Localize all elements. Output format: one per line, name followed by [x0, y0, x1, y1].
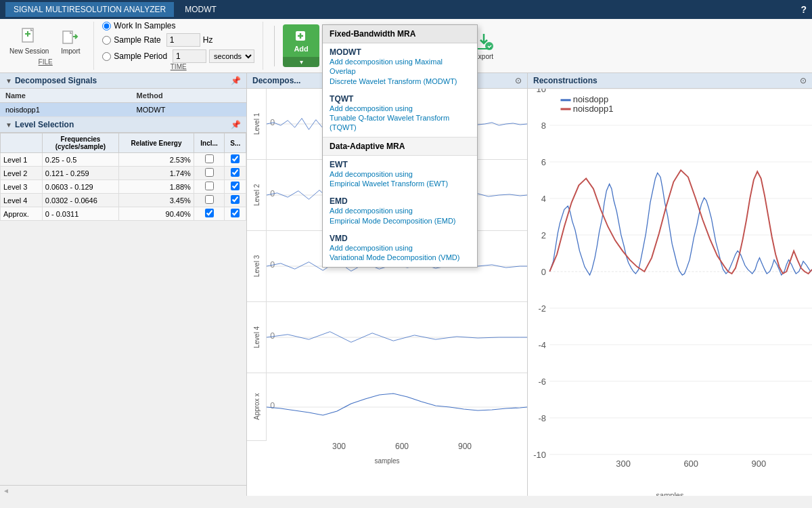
dropdown-item-emd[interactable]: EMD Add decomposition usingEmpirical Mod…: [323, 192, 477, 230]
sample-period-input[interactable]: [173, 49, 206, 63]
s-checkbox-cell[interactable]: [225, 207, 246, 221]
work-in-samples-radio[interactable]: [102, 22, 111, 30]
signal-name-cell: noisdopp1: [0, 103, 131, 117]
bottom-scrollbar[interactable]: ◄: [0, 485, 246, 496]
new-session-icon: [18, 26, 40, 47]
level-name-cell: Level 3: [1, 180, 43, 194]
signal-method-cell: MODWT: [131, 103, 246, 117]
s-checkbox-cell[interactable]: [225, 194, 246, 207]
level-name-cell: Level 4: [1, 194, 43, 207]
level-pin-button[interactable]: 📌: [231, 120, 241, 129]
sample-rate-row[interactable]: Sample Rate Hz: [102, 33, 254, 47]
tab-modwt[interactable]: MODWT: [177, 2, 225, 17]
level-selection-section: ▼ Level Selection 📌 Frequencies(cycles/s…: [0, 117, 246, 485]
svg-text:900: 900: [458, 442, 472, 451]
dropdown-item-tqwt[interactable]: TQWT Add decomposition usingTunable Q-fa…: [323, 90, 477, 137]
approx-label: Approx x: [247, 373, 266, 440]
level-table-row: Level 2 0.121 - 0.259 1.74%: [1, 167, 246, 180]
add-dropdown-menu: Fixed-Bandwidth MRA MODWT Add decomposit…: [322, 24, 478, 268]
dropdown-item-vmd[interactable]: VMD Add decomposition usingVariational M…: [323, 230, 477, 267]
reconstructions-pin-button[interactable]: ⊙: [800, 76, 807, 85]
sample-period-radio[interactable]: [102, 52, 111, 61]
freq-cell: 0.121 - 0.259: [42, 167, 118, 180]
energy-col-header: Relative Energy: [119, 133, 194, 153]
sample-rate-input[interactable]: [166, 33, 200, 47]
s-checkbox[interactable]: [231, 154, 240, 163]
sample-rate-radio[interactable]: [102, 36, 111, 45]
level-name-cell: Level 1: [1, 153, 43, 167]
s-checkbox[interactable]: [231, 195, 240, 204]
s-checkbox-cell[interactable]: [225, 167, 246, 180]
sample-rate-label: Sample Rate: [114, 35, 160, 45]
incl-checkbox[interactable]: [205, 195, 214, 204]
reconstructions-header[interactable]: Reconstructions ⊙: [528, 73, 812, 89]
incl-checkbox-cell[interactable]: [194, 194, 225, 207]
approx-chart[interactable]: 0: [266, 373, 527, 441]
new-session-button[interactable]: New Session: [5, 24, 53, 56]
incl-checkbox[interactable]: [205, 168, 214, 177]
level-4-chart[interactable]: 0: [266, 302, 527, 373]
energy-cell: 1.88%: [119, 180, 194, 194]
title-bar: SIGNAL MULTIRESOLUTION ANALYZER MODWT ?: [0, 0, 812, 19]
dropdown-item-ewt[interactable]: EWT Add decomposition usingEmpirical Wav…: [323, 156, 477, 193]
level-col-header: [1, 133, 43, 153]
modwt-desc: Add decomposition using Maximal OverlapD…: [330, 57, 470, 86]
period-unit-select[interactable]: seconds ms us: [209, 49, 254, 63]
incl-checkbox-cell[interactable]: [194, 180, 225, 194]
add-icon: [293, 28, 309, 45]
freq-cell: 0.0603 - 0.129: [42, 180, 118, 194]
svg-text:0: 0: [270, 331, 275, 341]
work-in-samples-row[interactable]: Work In Samples: [102, 21, 254, 30]
import-button[interactable]: Import: [55, 24, 85, 56]
incl-checkbox[interactable]: [205, 182, 214, 190]
svg-rect-57: [560, 99, 570, 101]
pin-button[interactable]: 📌: [231, 76, 241, 85]
method-col-header: Method: [131, 89, 246, 103]
incl-checkbox-cell[interactable]: [194, 153, 225, 167]
level-1-label: Level 1: [247, 89, 266, 159]
level-selection-header[interactable]: ▼ Level Selection 📌: [0, 117, 246, 133]
s-checkbox-cell[interactable]: [225, 180, 246, 194]
decomposed-pin-button[interactable]: ⊙: [515, 76, 522, 85]
incl-checkbox[interactable]: [205, 154, 214, 163]
freq-cell: 0.25 - 0.5: [42, 153, 118, 167]
svg-text:6: 6: [541, 158, 546, 167]
decomposed-signals-header[interactable]: ▼ Decomposed Signals 📌: [0, 73, 246, 89]
svg-text:900: 900: [752, 460, 767, 469]
s-checkbox[interactable]: [231, 182, 240, 190]
hz-unit-label: Hz: [203, 35, 213, 45]
add-section: Add ▾ Fixed-Bandwidth MRA MODWT Add deco…: [283, 24, 319, 67]
s-checkbox[interactable]: [231, 168, 240, 177]
svg-text:-6: -6: [538, 377, 545, 387]
add-main-button[interactable]: Add: [283, 24, 319, 57]
reconstructions-chart[interactable]: 10 8 6 4 2 0 -2 -4 -6 -8 -10 noisdopp: [528, 89, 812, 496]
modwt-title: MODWT: [330, 47, 470, 57]
sample-period-row[interactable]: Sample Period seconds ms us: [102, 49, 254, 63]
incl-checkbox-cell[interactable]: [194, 207, 225, 221]
approx-chart-row: Approx x 0: [247, 373, 527, 441]
dropdown-item-modwt[interactable]: MODWT Add decomposition using Maximal Ov…: [323, 43, 477, 90]
energy-cell: 1.74%: [119, 167, 194, 180]
s-checkbox-cell[interactable]: [225, 153, 246, 167]
svg-text:300: 300: [616, 460, 631, 469]
incl-checkbox-cell[interactable]: [194, 167, 225, 180]
table-row[interactable]: noisdopp1 MODWT: [0, 103, 246, 117]
s-col-header: S...: [225, 133, 246, 153]
scroll-indicator: ◄: [3, 487, 9, 494]
level-table-row: Approx. 0 - 0.0311 90.40%: [1, 207, 246, 221]
energy-cell: 3.45%: [119, 194, 194, 207]
tab-signal-mra[interactable]: SIGNAL MULTIRESOLUTION ANALYZER: [5, 2, 174, 17]
s-checkbox[interactable]: [231, 209, 240, 217]
svg-text:0: 0: [541, 268, 546, 277]
add-button-group: Add ▾: [283, 24, 319, 67]
tqwt-desc: Add decomposition usingTunable Q-factor …: [330, 104, 470, 133]
level-4-chart-row: Level 4 0: [247, 302, 527, 373]
file-section: New Session Import FILE: [5, 22, 94, 70]
decomposed-panel-title: Decompos...: [252, 76, 300, 85]
add-dropdown-arrow[interactable]: ▾: [283, 57, 319, 67]
level-table-row: Level 4 0.0302 - 0.0646 3.45%: [1, 194, 246, 207]
help-icon[interactable]: ?: [800, 4, 807, 15]
incl-checkbox[interactable]: [205, 209, 214, 217]
dropdown-header-data-adaptive: Data-Adaptive MRA: [323, 137, 477, 156]
vmd-desc: Add decomposition usingVariational Mode …: [330, 243, 470, 263]
